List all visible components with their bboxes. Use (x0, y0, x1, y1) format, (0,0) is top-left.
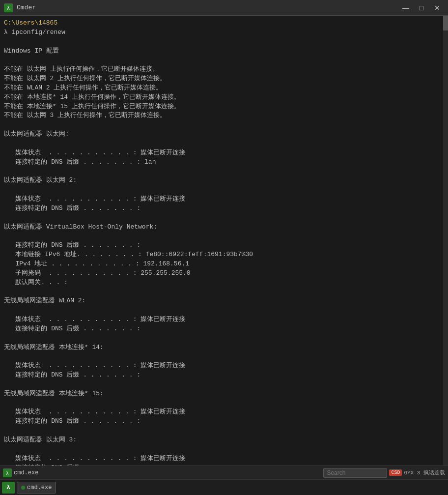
terminal-output: C:\Users\14865 λ ipconfig/renew Windows … (0, 16, 448, 466)
terminal-line (4, 56, 444, 65)
terminal-line (4, 426, 444, 436)
terminal-line: 以太网适配器 以太网 3: (4, 436, 444, 445)
terminal-line: 默认网关. . . : (4, 278, 444, 288)
terminal-line: 媒体状态 . . . . . . . . . . . : 媒体已断开连接 (4, 195, 444, 204)
right-text: GYX 3 疯话连载 (404, 469, 445, 476)
terminal-line: 媒体状态 . . . . . . . . . . . : 媒体已断开连接 (4, 454, 444, 464)
scrollbar-thumb[interactable] (443, 16, 448, 30)
terminal-line (4, 352, 444, 361)
terminal-line: 不能在 本地连接* 15 上执行任何操作，它已断开媒体连接。 (4, 102, 444, 112)
terminal-line (4, 185, 444, 195)
taskbar-item-label: cmd.exe (27, 484, 52, 491)
terminal-lines: Windows IP 配置 不能在 以太网 上执行任何操作，它已断开媒体连接。不… (4, 37, 444, 466)
window-title: Cmder (17, 4, 399, 11)
scrollbar[interactable] (443, 16, 448, 466)
terminal-line: 连接特定的 DNS 后缀 . . . . . . . : (4, 204, 444, 213)
terminal-line: 媒体状态 . . . . . . . . . . . : 媒体已断开连接 (4, 148, 444, 158)
terminal-line (4, 167, 444, 176)
terminal-line: 以太网适配器 VirtualBox Host-Only Network: (4, 223, 444, 232)
minimize-button[interactable]: — (399, 2, 413, 13)
taskbar-cmd-item[interactable]: cmd.exe (17, 482, 56, 494)
cmd-icon: λ (3, 468, 12, 477)
terminal-line (4, 287, 444, 296)
search-input[interactable] (323, 468, 387, 478)
terminal-line: 不能在 以太网 上执行任何操作，它已断开媒体连接。 (4, 65, 444, 74)
prompt-symbol: λ (4, 29, 8, 36)
taskbar: λ cmd.exe (0, 479, 448, 495)
terminal-line: 以太网适配器 以太网: (4, 130, 444, 139)
terminal-line: 不能在 本地连接* 14 上执行任何操作，它已断开媒体连接。 (4, 93, 444, 102)
terminal-line: 媒体状态 . . . . . . . . . . . : 媒体已断开连接 (4, 408, 444, 417)
taskbar-start-button[interactable]: λ (2, 482, 15, 494)
terminal-line: 连接特定的 DNS 后缀 . . . . . . . : (4, 371, 444, 380)
terminal-line (4, 380, 444, 389)
maximize-button[interactable]: □ (415, 2, 428, 13)
terminal-line: 连接特定的 DNS 后缀 . . . . . . . : lan (4, 158, 444, 167)
terminal-line: 无线局域网适配器 本地连接* 15: (4, 389, 444, 399)
terminal-line (4, 213, 444, 223)
terminal-line: IPv4 地址 . . . . . . . . . . . : 192.168.… (4, 260, 444, 269)
terminal-line (4, 139, 444, 148)
terminal-line: 连接特定的 DNS 后缀 . . . . . . . : (4, 324, 444, 334)
terminal-line: 媒体状态 . . . . . . . . . . . : 媒体已断开连接 (4, 361, 444, 371)
status-bar: λ cmd.exe CSD GYX 3 疯话连载 (0, 466, 448, 479)
status-right: CSD GYX 3 疯话连载 (389, 469, 445, 476)
terminal-line (4, 37, 444, 47)
terminal-line: 无线局域网适配器 本地连接* 14: (4, 343, 444, 352)
process-label: cmd.exe (14, 469, 38, 476)
command-value: ipconfig/renew (12, 29, 65, 36)
window-controls: — □ ✕ (399, 2, 444, 13)
terminal-line: 子网掩码 . . . . . . . . . . . : 255.255.255… (4, 269, 444, 278)
csd-badge: CSD (389, 469, 402, 476)
prompt-line: C:\Users\14865 (4, 19, 444, 28)
terminal-line (4, 232, 444, 241)
terminal-line: 无线局域网适配器 WLAN 2: (4, 296, 444, 306)
taskbar-item-indicator (21, 486, 25, 490)
terminal-line: 媒体状态 . . . . . . . . . . . : 媒体已断开连接 (4, 315, 444, 324)
terminal-line: 不能在 以太网 2 上执行任何操作，它已断开媒体连接。 (4, 74, 444, 84)
title-bar: λ Cmder — □ ✕ (0, 0, 448, 16)
terminal-line: Windows IP 配置 (4, 47, 444, 56)
command-line: λ ipconfig/renew (4, 28, 444, 37)
terminal-line (4, 306, 444, 315)
close-button[interactable]: ✕ (430, 2, 444, 13)
terminal-line: 连接特定的 DNS 后缀 . . . . . . . : (4, 417, 444, 426)
prompt-path: C:\Users\14865 (4, 19, 57, 27)
terminal-line: 不能在 以太网 3 上执行任何操作，它已断开媒体连接。 (4, 111, 444, 120)
terminal-line: 连接特定的 DNS 后缀 . . . . . . . : (4, 241, 444, 250)
terminal-line (4, 399, 444, 408)
terminal-line: 以太网适配器 以太网 2: (4, 176, 444, 185)
svg-text:λ: λ (6, 471, 9, 476)
svg-text:λ: λ (7, 5, 10, 11)
terminal-line (4, 120, 444, 130)
terminal-line: 不能在 WLAN 2 上执行任何操作，它已断开媒体连接。 (4, 84, 444, 93)
terminal-line (4, 334, 444, 343)
terminal-line: 本地链接 IPv6 地址. . . . . . . . : fe80::6922… (4, 250, 444, 260)
terminal-line (4, 445, 444, 454)
app-logo-icon: λ (4, 3, 13, 12)
terminal-line: 连接特定的 DNS 后缀 . . . . . . . : (4, 464, 444, 466)
